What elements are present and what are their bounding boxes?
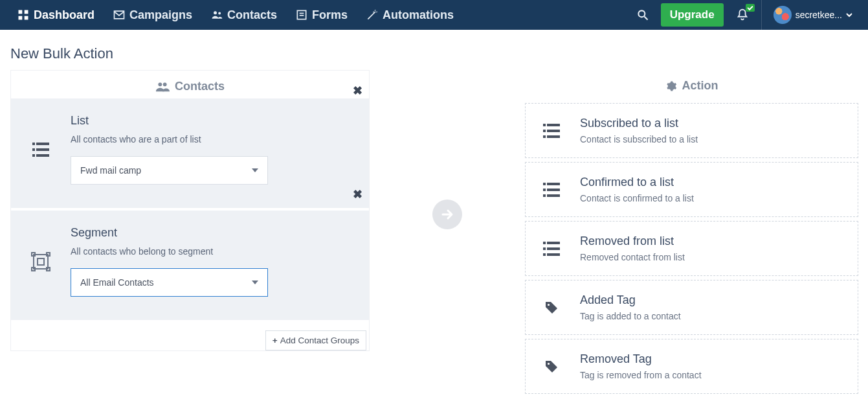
nav-dashboard[interactable]: Dashboard xyxy=(8,0,104,30)
list-icon xyxy=(541,242,562,256)
svg-rect-24 xyxy=(38,258,44,265)
separator xyxy=(761,0,762,30)
list-select[interactable]: Fwd mail camp xyxy=(71,156,268,185)
list-card-title: List xyxy=(71,114,353,128)
nav-contacts[interactable]: Contacts xyxy=(201,0,286,30)
list-icon xyxy=(541,124,562,138)
username-label: secretkee... xyxy=(796,10,842,20)
action-title: Confirmed to a list xyxy=(580,176,694,189)
svg-point-12 xyxy=(163,82,167,86)
people-icon xyxy=(210,8,223,21)
wand-icon xyxy=(366,8,379,21)
close-contacts-icon[interactable]: ✖ xyxy=(353,85,362,97)
svg-rect-26 xyxy=(547,124,560,126)
action-added-tag[interactable]: Added Tag Tag is added to a contact xyxy=(525,280,858,335)
svg-line-10 xyxy=(644,17,647,20)
nav-contacts-label: Contacts xyxy=(227,8,277,22)
svg-rect-3 xyxy=(25,16,28,20)
plus-icon: + xyxy=(273,336,278,345)
list-card-desc: All contacts who are a part of list xyxy=(71,134,353,144)
svg-point-4 xyxy=(214,11,217,14)
top-nav: Dashboard Campaigns Contacts Forms Autom… xyxy=(0,0,868,30)
svg-rect-15 xyxy=(32,148,35,151)
action-desc: Tag is added to a contact xyxy=(580,311,681,321)
contacts-icon xyxy=(155,81,170,93)
list-icon xyxy=(27,114,55,159)
action-header-label: Action xyxy=(682,79,718,93)
svg-rect-18 xyxy=(36,154,49,157)
action-removed-from-list[interactable]: Removed from list Removed contact from l… xyxy=(525,221,858,276)
svg-rect-14 xyxy=(36,143,49,145)
svg-point-44 xyxy=(548,362,550,364)
action-title: Subscribed to a list xyxy=(580,117,698,130)
action-removed-tag[interactable]: Removed Tag Tag is removed from a contac… xyxy=(525,339,858,394)
svg-rect-36 xyxy=(547,194,560,197)
segment-card-desc: All contacts who belong to segment xyxy=(71,246,353,257)
action-desc: Contact is subscribed to a list xyxy=(580,134,698,144)
svg-rect-23 xyxy=(34,255,48,269)
notification-badge xyxy=(746,4,755,12)
list-icon xyxy=(541,183,562,197)
contact-card-segment: Segment All contacts who belong to segme… xyxy=(11,211,369,320)
svg-rect-38 xyxy=(547,242,560,244)
svg-rect-41 xyxy=(543,253,546,256)
nav-forms-label: Forms xyxy=(312,8,348,22)
svg-rect-13 xyxy=(32,143,35,145)
chevron-down-icon xyxy=(252,168,258,172)
svg-rect-30 xyxy=(547,135,560,138)
list-select-value: Fwd mail camp xyxy=(80,165,141,176)
svg-rect-31 xyxy=(543,183,546,185)
svg-rect-16 xyxy=(36,148,49,151)
page-title: New Bulk Action xyxy=(10,45,858,62)
action-desc: Removed contact from list xyxy=(580,252,685,262)
svg-rect-40 xyxy=(547,247,560,250)
dashboard-icon xyxy=(17,8,30,21)
svg-rect-1 xyxy=(25,10,28,14)
svg-point-9 xyxy=(638,10,645,17)
upgrade-label: Upgrade xyxy=(670,8,715,21)
nav-dashboard-label: Dashboard xyxy=(34,8,95,22)
tag-icon xyxy=(541,300,562,315)
tag-icon xyxy=(541,359,562,374)
action-title: Added Tag xyxy=(580,293,681,307)
user-menu[interactable]: secretkee... xyxy=(766,0,860,30)
search-icon xyxy=(636,8,649,21)
contacts-panel: Contacts ✖ List All contacts who are a p… xyxy=(10,70,370,351)
action-confirmed-to-list[interactable]: Confirmed to a list Contact is confirmed… xyxy=(525,162,858,217)
segment-select-value: All Email Contacts xyxy=(80,277,154,288)
action-subscribed-to-list[interactable]: Subscribed to a list Contact is subscrib… xyxy=(525,103,858,158)
svg-rect-27 xyxy=(543,130,546,132)
search-button[interactable] xyxy=(629,0,657,30)
svg-point-11 xyxy=(158,82,162,86)
gear-icon xyxy=(665,80,677,92)
segment-card-title: Segment xyxy=(71,226,353,240)
svg-rect-37 xyxy=(543,242,546,244)
remove-list-card-icon[interactable]: ✖ xyxy=(353,187,362,201)
contact-card-list: List All contacts who are a part of list… xyxy=(11,98,369,208)
svg-rect-2 xyxy=(19,16,23,20)
action-title: Removed Tag xyxy=(580,352,702,366)
svg-rect-32 xyxy=(547,183,560,185)
action-title: Removed from list xyxy=(580,235,685,248)
svg-rect-0 xyxy=(19,10,23,14)
svg-rect-34 xyxy=(547,189,560,191)
arrow-right-icon xyxy=(440,207,455,222)
nav-campaigns[interactable]: Campaigns xyxy=(104,0,201,30)
svg-rect-25 xyxy=(543,124,546,126)
add-contact-groups-button[interactable]: + Add Contact Groups xyxy=(265,330,366,350)
envelope-icon xyxy=(113,8,126,21)
notifications-button[interactable] xyxy=(728,0,757,30)
svg-rect-42 xyxy=(547,253,560,256)
segment-select[interactable]: All Email Contacts xyxy=(71,268,268,297)
flow-arrow xyxy=(370,70,525,229)
nav-automations[interactable]: Automations xyxy=(357,0,463,30)
chevron-down-icon xyxy=(252,281,258,284)
nav-campaigns-label: Campaigns xyxy=(129,8,192,22)
segment-icon xyxy=(27,226,55,271)
svg-rect-17 xyxy=(32,154,35,157)
svg-rect-35 xyxy=(543,194,546,197)
svg-rect-33 xyxy=(543,189,546,191)
upgrade-button[interactable]: Upgrade xyxy=(661,3,724,27)
nav-automations-label: Automations xyxy=(383,8,454,22)
nav-forms[interactable]: Forms xyxy=(286,0,357,30)
